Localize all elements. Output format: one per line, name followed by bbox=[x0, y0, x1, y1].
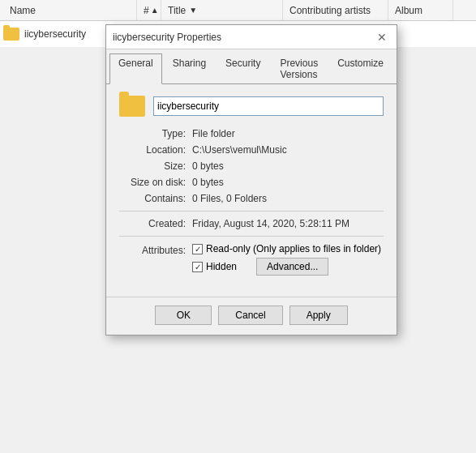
prop-size-value: 0 bytes bbox=[192, 160, 384, 172]
prop-size-disk-label: Size on disk: bbox=[119, 177, 192, 188]
prop-size: Size: 0 bytes bbox=[119, 160, 384, 172]
tab-general-label: General bbox=[118, 58, 153, 69]
col-title: Title ▼ bbox=[161, 0, 283, 20]
attr-readonly-row: Read-only (Only applies to files in fold… bbox=[192, 243, 381, 254]
tabs-bar: General Sharing Security Previous Versio… bbox=[106, 49, 397, 84]
prop-size-label: Size: bbox=[119, 160, 192, 172]
hidden-checkbox[interactable] bbox=[192, 262, 203, 272]
tab-previous-versions[interactable]: Previous Versions bbox=[271, 53, 327, 84]
prop-created: Created: Friday, August 14, 2020, 5:28:1… bbox=[119, 218, 384, 229]
explorer-header: Name # ▲ Title ▼ Contributing artists Al… bbox=[0, 0, 476, 21]
col-hash-label: # bbox=[144, 5, 149, 16]
cancel-button[interactable]: Cancel bbox=[218, 306, 282, 325]
ok-button[interactable]: OK bbox=[155, 306, 212, 325]
prop-contains: Contains: 0 Files, 0 Folders bbox=[119, 193, 384, 204]
prop-contains-label: Contains: bbox=[119, 193, 192, 204]
folder-icon bbox=[3, 28, 19, 41]
close-button[interactable]: ✕ bbox=[374, 29, 390, 45]
tab-sharing-label: Sharing bbox=[173, 58, 206, 69]
col-title-label: Title bbox=[168, 5, 186, 16]
col-hash[interactable]: # ▲ bbox=[137, 0, 161, 20]
attributes-checkboxes: Read-only (Only applies to files in fold… bbox=[192, 243, 381, 276]
prop-created-value: Friday, August 14, 2020, 5:28:11 PM bbox=[192, 218, 384, 229]
col-contributing: Contributing artists bbox=[283, 0, 388, 20]
prop-location-label: Location: bbox=[119, 144, 192, 156]
dialog-folder-icon bbox=[119, 96, 145, 117]
dialog-footer: OK Cancel Apply bbox=[106, 297, 397, 335]
readonly-label: Read-only (Only applies to files in fold… bbox=[206, 243, 381, 254]
prop-type: Type: File folder bbox=[119, 128, 384, 139]
tab-sharing[interactable]: Sharing bbox=[164, 53, 215, 84]
tab-security[interactable]: Security bbox=[217, 53, 269, 84]
dialog-title: iicybersecurity Properties bbox=[113, 32, 221, 43]
readonly-checkbox[interactable] bbox=[192, 244, 203, 254]
prop-type-label: Type: bbox=[119, 128, 192, 139]
prop-location-value: C:\Users\vemul\Music bbox=[192, 144, 384, 156]
prop-attributes-label: Attributes: bbox=[119, 243, 192, 256]
col-album: Album bbox=[388, 0, 453, 20]
hidden-label: Hidden bbox=[206, 261, 237, 272]
dialog-content: Type: File folder Location: C:\Users\vem… bbox=[106, 84, 397, 288]
tab-security-label: Security bbox=[225, 58, 260, 69]
tab-general[interactable]: General bbox=[109, 53, 162, 84]
prop-attributes: Attributes: Read-only (Only applies to f… bbox=[119, 243, 384, 276]
advanced-button[interactable]: Advanced... bbox=[256, 258, 328, 276]
col-contributing-label: Contributing artists bbox=[289, 5, 371, 16]
col-name: Name bbox=[3, 0, 137, 20]
folder-name-label: iicybersecurity bbox=[24, 28, 86, 40]
tab-previous-versions-label: Previous Versions bbox=[280, 58, 318, 80]
tab-customize[interactable]: Customize bbox=[328, 53, 392, 84]
folder-header bbox=[119, 96, 384, 117]
col-name-label: Name bbox=[10, 5, 36, 16]
prop-size-disk: Size on disk: 0 bytes bbox=[119, 177, 384, 188]
properties-table: Type: File folder Location: C:\Users\vem… bbox=[119, 128, 384, 276]
folders-link[interactable]: 0 Folders bbox=[226, 193, 267, 204]
folder-name-input[interactable] bbox=[153, 96, 384, 116]
tab-customize-label: Customize bbox=[337, 58, 384, 69]
col-album-label: Album bbox=[395, 5, 422, 16]
properties-dialog: iicybersecurity Properties ✕ General Sha… bbox=[105, 24, 397, 335]
col-title-dropdown[interactable]: ▼ bbox=[189, 6, 197, 15]
prop-size-disk-value: 0 bytes bbox=[192, 177, 384, 188]
apply-button[interactable]: Apply bbox=[289, 306, 348, 325]
prop-contains-value: 0 Files, 0 Folders bbox=[192, 193, 384, 204]
divider-2 bbox=[119, 236, 384, 237]
prop-created-label: Created: bbox=[119, 218, 192, 229]
prop-type-value: File folder bbox=[192, 128, 384, 139]
prop-location: Location: C:\Users\vemul\Music bbox=[119, 144, 384, 156]
attr-hidden-row: Hidden Advanced... bbox=[192, 258, 381, 276]
sort-arrow-icon: ▲ bbox=[151, 6, 159, 15]
divider-1 bbox=[119, 211, 384, 212]
dialog-titlebar: iicybersecurity Properties ✕ bbox=[106, 25, 397, 49]
